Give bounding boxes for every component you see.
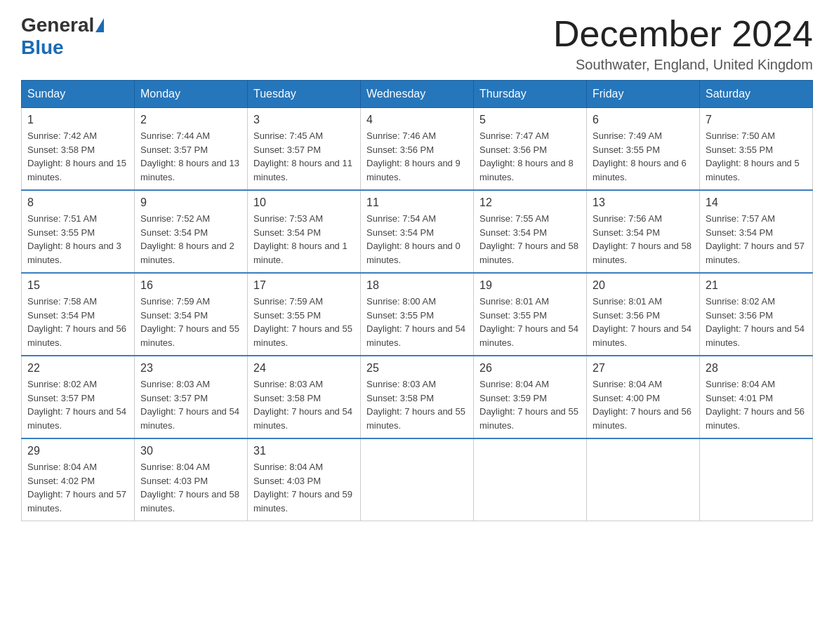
day-number: 5 xyxy=(479,114,581,126)
location-text: Southwater, England, United Kingdom xyxy=(553,57,813,73)
day-number: 19 xyxy=(479,279,581,292)
table-row: 9Sunrise: 7:52 AMSunset: 3:54 PMDaylight… xyxy=(135,190,248,273)
table-row: 12Sunrise: 7:55 AMSunset: 3:54 PMDayligh… xyxy=(474,190,587,273)
table-row: 25Sunrise: 8:03 AMSunset: 3:58 PMDayligh… xyxy=(361,356,474,438)
calendar-week-row: 15Sunrise: 7:58 AMSunset: 3:54 PMDayligh… xyxy=(22,273,813,356)
day-info: Sunrise: 7:54 AMSunset: 3:54 PMDaylight:… xyxy=(366,213,461,265)
table-row: 31Sunrise: 8:04 AMSunset: 4:03 PMDayligh… xyxy=(248,438,361,521)
day-number: 30 xyxy=(140,445,241,457)
day-number: 16 xyxy=(140,279,241,292)
day-number: 6 xyxy=(593,114,694,126)
day-info: Sunrise: 7:58 AMSunset: 3:54 PMDaylight:… xyxy=(27,296,126,348)
day-number: 18 xyxy=(366,279,468,292)
day-info: Sunrise: 7:44 AMSunset: 3:57 PMDaylight:… xyxy=(140,130,239,182)
day-number: 26 xyxy=(479,362,581,375)
day-number: 3 xyxy=(253,114,355,126)
table-row: 21Sunrise: 8:02 AMSunset: 3:56 PMDayligh… xyxy=(700,273,813,356)
col-wednesday: Wednesday xyxy=(361,81,474,108)
page-header: General Blue December 2024 Southwater, E… xyxy=(21,14,813,73)
table-row: 30Sunrise: 8:04 AMSunset: 4:03 PMDayligh… xyxy=(135,438,248,521)
calendar-table: Sunday Monday Tuesday Wednesday Thursday… xyxy=(21,80,813,521)
day-number: 2 xyxy=(140,114,241,126)
table-row: 11Sunrise: 7:54 AMSunset: 3:54 PMDayligh… xyxy=(361,190,474,273)
table-row: 18Sunrise: 8:00 AMSunset: 3:55 PMDayligh… xyxy=(361,273,474,356)
day-info: Sunrise: 7:59 AMSunset: 3:55 PMDaylight:… xyxy=(253,296,352,348)
table-row xyxy=(700,438,813,521)
table-row: 19Sunrise: 8:01 AMSunset: 3:55 PMDayligh… xyxy=(474,273,587,356)
table-row: 15Sunrise: 7:58 AMSunset: 3:54 PMDayligh… xyxy=(22,273,135,356)
day-number: 1 xyxy=(27,114,128,126)
table-row: 26Sunrise: 8:04 AMSunset: 3:59 PMDayligh… xyxy=(474,356,587,438)
table-row xyxy=(587,438,700,521)
day-info: Sunrise: 7:51 AMSunset: 3:55 PMDaylight:… xyxy=(27,213,121,265)
logo-triangle-icon xyxy=(95,18,104,32)
day-number: 31 xyxy=(253,445,355,457)
day-number: 7 xyxy=(706,114,807,126)
table-row xyxy=(474,438,587,521)
day-info: Sunrise: 8:02 AMSunset: 3:57 PMDaylight:… xyxy=(27,379,126,431)
table-row: 27Sunrise: 8:04 AMSunset: 4:00 PMDayligh… xyxy=(587,356,700,438)
day-number: 22 xyxy=(27,362,128,375)
day-number: 17 xyxy=(253,279,355,292)
day-number: 24 xyxy=(253,362,355,375)
col-tuesday: Tuesday xyxy=(248,81,361,108)
day-info: Sunrise: 8:04 AMSunset: 4:00 PMDaylight:… xyxy=(593,379,691,431)
day-info: Sunrise: 7:52 AMSunset: 3:54 PMDaylight:… xyxy=(140,213,234,265)
col-thursday: Thursday xyxy=(474,81,587,108)
calendar-week-row: 29Sunrise: 8:04 AMSunset: 4:02 PMDayligh… xyxy=(22,438,813,521)
table-row: 8Sunrise: 7:51 AMSunset: 3:55 PMDaylight… xyxy=(22,190,135,273)
table-row: 16Sunrise: 7:59 AMSunset: 3:54 PMDayligh… xyxy=(135,273,248,356)
day-number: 27 xyxy=(593,362,694,375)
day-number: 28 xyxy=(706,362,807,375)
day-number: 20 xyxy=(593,279,694,292)
day-info: Sunrise: 7:57 AMSunset: 3:54 PMDaylight:… xyxy=(706,213,805,265)
table-row xyxy=(361,438,474,521)
day-info: Sunrise: 7:53 AMSunset: 3:54 PMDaylight:… xyxy=(253,213,348,265)
day-info: Sunrise: 8:04 AMSunset: 4:03 PMDaylight:… xyxy=(253,462,352,514)
day-info: Sunrise: 7:45 AMSunset: 3:57 PMDaylight:… xyxy=(253,130,352,182)
day-info: Sunrise: 8:00 AMSunset: 3:55 PMDaylight:… xyxy=(366,296,465,348)
table-row: 3Sunrise: 7:45 AMSunset: 3:57 PMDaylight… xyxy=(248,108,361,191)
day-number: 14 xyxy=(706,196,807,209)
logo: General Blue xyxy=(21,14,105,59)
day-number: 12 xyxy=(479,196,581,209)
day-number: 25 xyxy=(366,362,468,375)
table-row: 22Sunrise: 8:02 AMSunset: 3:57 PMDayligh… xyxy=(22,356,135,438)
day-info: Sunrise: 7:49 AMSunset: 3:55 PMDaylight:… xyxy=(593,130,687,182)
day-info: Sunrise: 7:42 AMSunset: 3:58 PMDaylight:… xyxy=(27,130,126,182)
day-info: Sunrise: 7:50 AMSunset: 3:55 PMDaylight:… xyxy=(706,130,800,182)
table-row: 5Sunrise: 7:47 AMSunset: 3:56 PMDaylight… xyxy=(474,108,587,191)
calendar-week-row: 22Sunrise: 8:02 AMSunset: 3:57 PMDayligh… xyxy=(22,356,813,438)
calendar-week-row: 1Sunrise: 7:42 AMSunset: 3:58 PMDaylight… xyxy=(22,108,813,191)
day-info: Sunrise: 8:03 AMSunset: 3:57 PMDaylight:… xyxy=(140,379,239,431)
header-row: Sunday Monday Tuesday Wednesday Thursday… xyxy=(22,81,813,108)
day-info: Sunrise: 8:04 AMSunset: 3:59 PMDaylight:… xyxy=(479,379,578,431)
day-info: Sunrise: 8:04 AMSunset: 4:03 PMDaylight:… xyxy=(140,462,239,514)
table-row: 6Sunrise: 7:49 AMSunset: 3:55 PMDaylight… xyxy=(587,108,700,191)
col-monday: Monday xyxy=(135,81,248,108)
day-info: Sunrise: 8:01 AMSunset: 3:55 PMDaylight:… xyxy=(479,296,578,348)
day-info: Sunrise: 8:04 AMSunset: 4:02 PMDaylight:… xyxy=(27,462,126,514)
table-row: 7Sunrise: 7:50 AMSunset: 3:55 PMDaylight… xyxy=(700,108,813,191)
col-saturday: Saturday xyxy=(700,81,813,108)
day-number: 21 xyxy=(706,279,807,292)
day-number: 10 xyxy=(253,196,355,209)
col-sunday: Sunday xyxy=(22,81,135,108)
month-title: December 2024 xyxy=(553,14,813,54)
day-number: 8 xyxy=(27,196,128,209)
logo-blue-text: Blue xyxy=(21,36,64,58)
logo-general-text: General xyxy=(21,14,94,36)
table-row: 24Sunrise: 8:03 AMSunset: 3:58 PMDayligh… xyxy=(248,356,361,438)
table-row: 10Sunrise: 7:53 AMSunset: 3:54 PMDayligh… xyxy=(248,190,361,273)
day-info: Sunrise: 8:03 AMSunset: 3:58 PMDaylight:… xyxy=(253,379,352,431)
title-section: December 2024 Southwater, England, Unite… xyxy=(553,14,813,73)
calendar-week-row: 8Sunrise: 7:51 AMSunset: 3:55 PMDaylight… xyxy=(22,190,813,273)
table-row: 29Sunrise: 8:04 AMSunset: 4:02 PMDayligh… xyxy=(22,438,135,521)
table-row: 1Sunrise: 7:42 AMSunset: 3:58 PMDaylight… xyxy=(22,108,135,191)
table-row: 14Sunrise: 7:57 AMSunset: 3:54 PMDayligh… xyxy=(700,190,813,273)
table-row: 28Sunrise: 8:04 AMSunset: 4:01 PMDayligh… xyxy=(700,356,813,438)
day-info: Sunrise: 7:56 AMSunset: 3:54 PMDaylight:… xyxy=(593,213,691,265)
day-info: Sunrise: 8:04 AMSunset: 4:01 PMDaylight:… xyxy=(706,379,805,431)
day-info: Sunrise: 7:46 AMSunset: 3:56 PMDaylight:… xyxy=(366,130,461,182)
day-number: 4 xyxy=(366,114,468,126)
